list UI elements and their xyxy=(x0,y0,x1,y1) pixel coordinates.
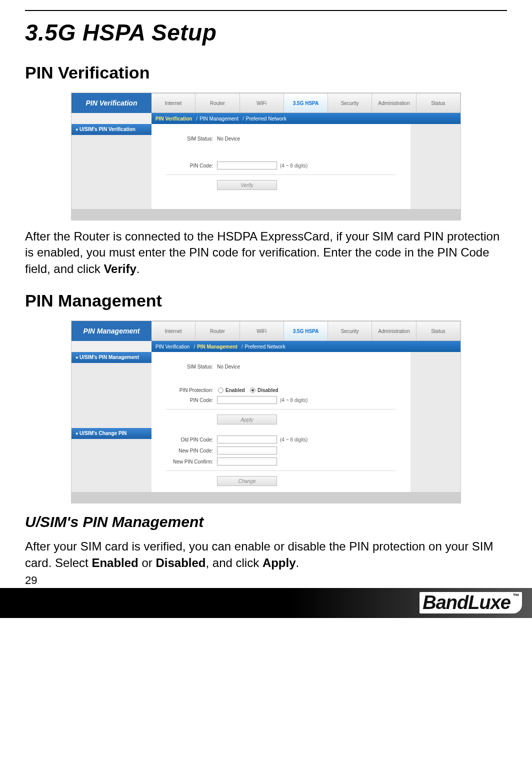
opt-disabled-label: Disabled xyxy=(258,388,278,393)
opt-enabled-label: Enabled xyxy=(226,388,245,393)
sim-status-label: SIM Status: xyxy=(166,364,213,370)
separator-icon: / xyxy=(196,116,198,122)
subtab-pin-management[interactable]: PIN Management xyxy=(197,344,238,350)
subsection-usim-pin-management: U/SIM's PIN Management xyxy=(25,514,507,530)
tab-administration[interactable]: Administration xyxy=(372,94,416,112)
screenshot-pin-verification: PIN Verification Internet Router WiFi 3.… xyxy=(71,92,461,220)
tab-35g-hspa[interactable]: 3.5G HSPA xyxy=(284,94,328,112)
ui-banner-title: PIN Verification xyxy=(72,93,152,113)
digits-note: (4 ~ 8 digits) xyxy=(280,163,308,168)
subtab-pin-management[interactable]: PIN Management xyxy=(200,116,238,122)
page-title: 3.5G HSPA Setup xyxy=(25,19,507,46)
separator-icon: / xyxy=(242,344,243,350)
trademark-icon: ™ xyxy=(512,592,519,600)
tab-security[interactable]: Security xyxy=(328,322,372,340)
new-pin-input[interactable] xyxy=(217,446,277,454)
sidebar-item-pin-verification[interactable]: U/SIM's PIN Verification xyxy=(72,124,152,135)
new-pin-label: New PIN Code: xyxy=(166,448,213,454)
confirm-pin-label: New PIN Confirm: xyxy=(166,459,213,464)
digits-note: (4 ~ 8 digits) xyxy=(280,398,308,403)
tab-internet[interactable]: Internet xyxy=(152,322,196,340)
subtab-preferred-network[interactable]: Preferred Network xyxy=(245,344,286,350)
footer-bar: BandLuxe™ xyxy=(0,588,532,618)
radio-enabled[interactable] xyxy=(218,388,224,393)
sim-status-value: No Device xyxy=(217,364,240,370)
page-number: 29 xyxy=(25,574,507,587)
tab-wifi[interactable]: WiFi xyxy=(240,322,284,340)
tab-router[interactable]: Router xyxy=(196,94,240,112)
confirm-pin-input[interactable] xyxy=(217,458,277,466)
tab-router[interactable]: Router xyxy=(196,322,240,340)
top-rule xyxy=(25,10,507,11)
change-button[interactable]: Change xyxy=(217,476,277,486)
tab-internet[interactable]: Internet xyxy=(152,94,196,112)
ui-banner-title: PIN Management xyxy=(72,321,152,341)
sim-status-value: No Device xyxy=(217,136,240,142)
sidebar-item-pin-management[interactable]: U/SIM's PIN Management xyxy=(72,352,152,363)
pin-code-input[interactable] xyxy=(217,162,277,170)
radio-disabled[interactable] xyxy=(250,388,256,393)
digits-note: (4 ~ 8 digits) xyxy=(280,437,308,442)
old-pin-input[interactable] xyxy=(217,436,277,444)
pin-code-label: PIN Code: xyxy=(166,163,213,168)
pin-code-input[interactable] xyxy=(217,396,277,404)
old-pin-label: Old PIN Code: xyxy=(166,437,213,442)
sim-status-label: SIM Status: xyxy=(166,136,213,142)
section-pin-verification: PIN Verification xyxy=(25,63,507,82)
subtab-pin-verification[interactable]: PIN Verification xyxy=(156,116,192,122)
verify-button[interactable]: Verify xyxy=(217,180,277,190)
para-pin-verification: After the Router is connected to the HSD… xyxy=(25,228,507,277)
screenshot-pin-management: PIN Management Internet Router WiFi 3.5G… xyxy=(71,320,461,504)
pin-code-label: PIN Code: xyxy=(166,398,213,403)
tab-administration[interactable]: Administration xyxy=(372,322,416,340)
subtab-preferred-network[interactable]: Preferred Network xyxy=(246,116,286,122)
tab-status[interactable]: Status xyxy=(416,94,460,112)
tab-wifi[interactable]: WiFi xyxy=(240,94,284,112)
tab-security[interactable]: Security xyxy=(328,94,372,112)
tab-status[interactable]: Status xyxy=(416,322,460,340)
apply-button[interactable]: Apply xyxy=(217,414,277,424)
para-pin-management: After your SIM card is verified, you can… xyxy=(25,538,507,571)
section-pin-management: PIN Management xyxy=(25,291,507,310)
pin-protection-label: PIN Protection: xyxy=(166,388,213,393)
subtab-pin-verification[interactable]: PIN Verification xyxy=(156,344,190,350)
separator-icon: / xyxy=(242,116,244,122)
tab-35g-hspa[interactable]: 3.5G HSPA xyxy=(284,322,328,340)
separator-icon: / xyxy=(194,344,195,350)
sidebar-item-change-pin[interactable]: U/SIM's Change PIN xyxy=(72,428,152,439)
brand-logo: BandLuxe™ xyxy=(420,592,522,614)
